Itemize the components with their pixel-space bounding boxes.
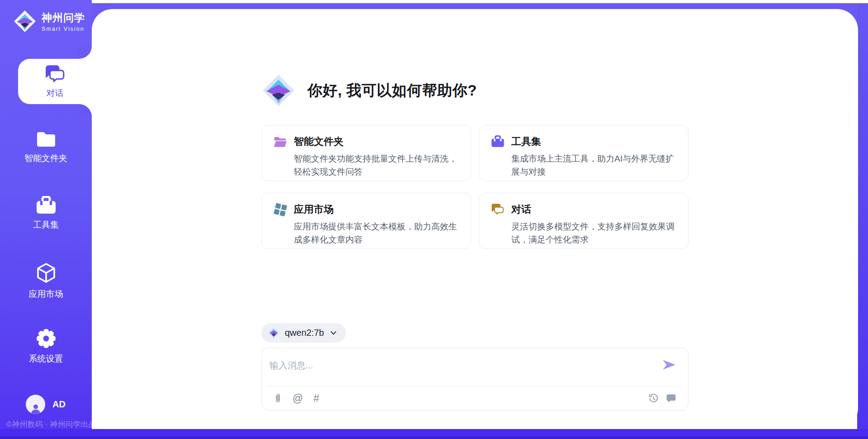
person-icon (30, 403, 42, 414)
hashtag-button[interactable]: # (313, 392, 319, 405)
bottom-edge (0, 436, 868, 439)
user-account[interactable]: AD (26, 395, 66, 414)
attach-button[interactable] (274, 393, 282, 404)
right-band (857, 3, 868, 429)
history-icon (648, 393, 659, 404)
chevron-down-icon (329, 329, 338, 337)
bottom-strip (0, 429, 868, 439)
card-description: 灵活切换多模型文件，支持多样回复效果调试，满足个性化需求 (511, 220, 676, 247)
main-panel: 你好, 我可以如何帮助你? 智能文件夹 智能文件夹功能支持批量文件上传与清洗，轻… (92, 9, 858, 429)
folder-open-icon (274, 136, 287, 148)
model-diamond-icon (268, 327, 280, 339)
composer-toolbar: @ # (262, 387, 688, 410)
card-title: 对话 (511, 203, 531, 216)
card-description: 智能文件夹功能支持批量文件上传与清洗，轻松实现文件问答 (294, 153, 459, 179)
sidebar-item-smart-folder[interactable]: 智能文件夹 (0, 130, 92, 164)
sidebar-item-label: 工具集 (33, 219, 59, 231)
greeting-title: 你好, 我可以如何帮助你? (307, 81, 477, 101)
cube-icon (36, 262, 56, 284)
sidebar-item-label: 应用市场 (29, 288, 63, 300)
copyright-text: ©神州数码 · 神州问学出品 (6, 420, 96, 429)
at-icon: @ (292, 392, 303, 405)
toolbox-icon (491, 135, 505, 148)
card-description: 应用市场提供丰富长文本模板，助力高效生成多样化文章内容 (294, 220, 459, 247)
sidebar-item-app-market[interactable]: 应用市场 (0, 262, 92, 300)
mention-button[interactable]: @ (292, 392, 303, 405)
toolbox-icon (36, 196, 57, 215)
sidebar-item-settings[interactable]: 系统设置 (0, 328, 92, 365)
send-button[interactable] (662, 359, 676, 372)
app-logo[interactable]: 神州问学 Smart Vision (14, 10, 85, 33)
feature-cards: 智能文件夹 智能文件夹功能支持批量文件上传与清洗，轻松实现文件问答 工具集 集成… (261, 125, 689, 249)
card-title: 工具集 (511, 135, 541, 148)
comment-icon (666, 394, 676, 403)
sidebar-item-label: 系统设置 (29, 353, 63, 365)
card-smart-folder[interactable]: 智能文件夹 智能文件夹功能支持批量文件上传与清洗，轻松实现文件问答 (261, 125, 471, 181)
card-title: 应用市场 (294, 203, 334, 216)
paperclip-icon (274, 393, 282, 404)
user-initials: AD (52, 399, 66, 410)
gear-icon (36, 328, 57, 349)
greeting: 你好, 我可以如何帮助你? (261, 73, 477, 108)
send-icon (662, 359, 676, 371)
hash-icon: # (313, 392, 319, 405)
brand-name: 神州问学 (42, 11, 85, 25)
tab-curve-bottom (79, 104, 92, 117)
sidebar-item-label: 智能文件夹 (24, 153, 67, 164)
card-chat[interactable]: 对话 灵活切换多模型文件，支持多样回复效果调试，满足个性化需求 (479, 193, 689, 249)
card-app-market[interactable]: 应用市场 应用市场提供丰富长文本模板，助力高效生成多样化文章内容 (261, 193, 471, 249)
logo-diamond-icon (14, 10, 36, 33)
chat-bubbles-icon (491, 203, 505, 216)
brand-diamond-icon (261, 73, 296, 108)
card-title: 智能文件夹 (294, 135, 344, 148)
chat-bubbles-icon (45, 64, 66, 84)
sidebar-item-toolset[interactable]: 工具集 (0, 196, 92, 231)
card-description: 集成市场上主流工具，助力AI与外界无缝扩展与对接 (511, 153, 676, 179)
history-button[interactable] (648, 393, 659, 404)
apps-grid-icon (274, 203, 287, 216)
comment-button[interactable] (666, 394, 676, 403)
tab-curve-top (79, 46, 92, 59)
model-name: qwen2:7b (285, 328, 324, 338)
message-composer: @ # (261, 348, 689, 410)
avatar (26, 395, 45, 414)
folder-icon (36, 130, 57, 148)
card-toolset[interactable]: 工具集 集成市场上主流工具，助力AI与外界无缝扩展与对接 (479, 125, 689, 181)
message-input[interactable] (269, 354, 652, 376)
sidebar-item-chat[interactable]: 对话 (18, 59, 92, 104)
sidebar-item-label: 对话 (47, 87, 64, 99)
model-selector[interactable]: qwen2:7b (261, 323, 346, 343)
brand-subtitle: Smart Vision (42, 26, 85, 32)
